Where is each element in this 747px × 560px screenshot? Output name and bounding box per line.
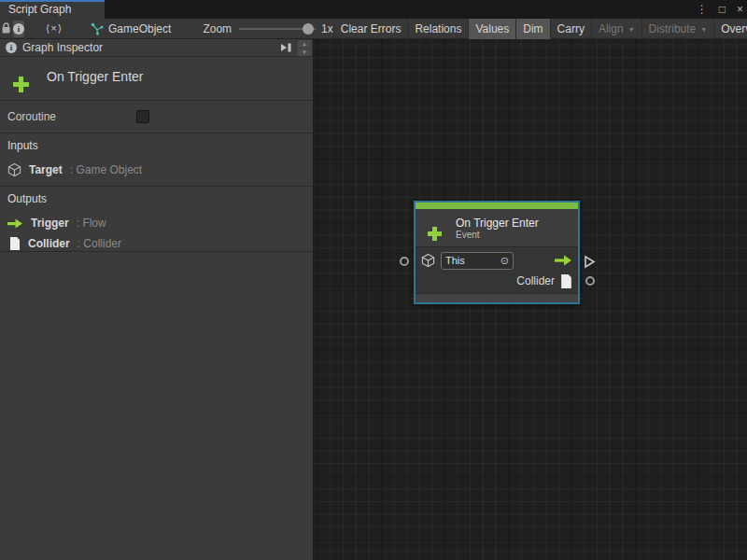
values-button[interactable]: Values xyxy=(469,19,516,39)
node-footer xyxy=(416,293,578,302)
panel-title: Graph Inspector xyxy=(22,41,279,54)
chevron-down-icon: ▼ xyxy=(700,26,707,33)
info-icon: i xyxy=(13,23,24,35)
tab-script-graph[interactable]: Script Graph xyxy=(0,0,105,19)
scroll-down-icon[interactable]: ▼ xyxy=(298,49,311,56)
collider-port-label: Collider xyxy=(516,274,555,287)
collider-port-row: Collider xyxy=(421,271,572,291)
code-view-icon[interactable]: ⟨×⟩ xyxy=(46,22,63,35)
lock-icon xyxy=(1,22,11,35)
title-bar: Script Graph ⋮ □ × xyxy=(0,0,747,19)
breadcrumb[interactable]: GameObject xyxy=(91,22,171,35)
coroutine-label: Coroutine xyxy=(7,110,56,123)
event-icon xyxy=(7,63,35,91)
input-row-target: Target : Game Object xyxy=(7,160,305,180)
inspector-empty-area xyxy=(0,252,313,560)
output-row-collider: Collider : Collider xyxy=(7,233,305,254)
document-icon xyxy=(560,274,572,288)
inputs-section: Inputs Target : Game Object xyxy=(0,133,313,187)
node-subtitle: Event xyxy=(456,230,539,240)
zoom-slider[interactable] xyxy=(239,23,316,35)
chevron-down-icon: ▼ xyxy=(628,26,635,33)
carry-button[interactable]: Carry xyxy=(551,19,592,39)
coroutine-setting: Coroutine xyxy=(0,101,313,133)
breadcrumb-label: GameObject xyxy=(108,22,171,35)
input-port-target[interactable] xyxy=(400,257,409,266)
inspector-toggle-button[interactable]: i xyxy=(13,21,24,37)
graph-inspector-panel: i Graph Inspector ▲ ▼ On xyxy=(0,39,314,560)
overview-button[interactable]: Overv xyxy=(714,19,747,39)
graph-inspector-header: i Graph Inspector ▲ ▼ xyxy=(0,39,313,57)
zoom-label: Zoom xyxy=(203,22,232,35)
info-icon: i xyxy=(6,42,17,53)
zoom-value: 1x xyxy=(321,22,333,35)
align-dropdown[interactable]: Align ▼ xyxy=(592,19,642,39)
script-graph-icon xyxy=(91,22,104,35)
unity-visual-scripting-window: Script Graph ⋮ □ × i ⟨×⟩ xyxy=(0,0,747,560)
document-icon xyxy=(9,237,21,250)
output-row-trigger: Trigger : Flow xyxy=(7,213,305,233)
flow-arrow-icon xyxy=(553,255,572,266)
target-port-row: This ⊙ xyxy=(421,250,572,271)
distribute-dropdown[interactable]: Distribute ▼ xyxy=(642,19,715,39)
node-header[interactable]: On Trigger Enter Event xyxy=(416,209,578,246)
node-on-trigger-enter[interactable]: On Trigger Enter Event This xyxy=(414,201,580,304)
tab-label: Script Graph xyxy=(8,3,71,16)
node-body: This ⊙ Collider xyxy=(416,246,578,293)
close-icon[interactable]: × xyxy=(737,3,743,16)
outputs-header: Outputs xyxy=(7,192,305,205)
object-picker-icon[interactable]: ⊙ xyxy=(500,256,509,266)
coroutine-checkbox[interactable] xyxy=(136,110,149,123)
unit-header: On Trigger Enter xyxy=(0,57,313,101)
dim-button[interactable]: Dim xyxy=(516,19,550,39)
event-icon xyxy=(423,216,447,240)
relations-button[interactable]: Relations xyxy=(408,19,469,39)
outputs-section: Outputs Trigger : Flow xyxy=(0,187,313,252)
zoom-control: Zoom 1x xyxy=(203,22,332,35)
cube-icon xyxy=(421,253,435,268)
node-title: On Trigger Enter xyxy=(456,217,539,230)
node-color-bar xyxy=(416,203,578,209)
inputs-header: Inputs xyxy=(7,139,305,152)
window-controls: ⋮ □ × xyxy=(697,0,743,19)
cube-icon xyxy=(7,162,21,177)
scroll-up-icon[interactable]: ▲ xyxy=(298,40,311,48)
graph-canvas[interactable]: On Trigger Enter Event This xyxy=(314,39,747,560)
zoom-slider-handle[interactable] xyxy=(303,23,314,35)
target-field-value: This xyxy=(445,255,465,266)
unit-title: On Trigger Enter xyxy=(47,69,144,93)
lock-button[interactable] xyxy=(1,21,11,37)
scroll-spinners: ▲ ▼ xyxy=(298,40,311,56)
flow-arrow-icon xyxy=(7,218,23,229)
dock-icon[interactable] xyxy=(279,42,292,53)
menu-icon[interactable]: ⋮ xyxy=(697,3,708,16)
clear-errors-button[interactable]: Clear Errors xyxy=(333,19,409,39)
output-port-trigger[interactable] xyxy=(584,255,596,269)
target-object-field[interactable]: This ⊙ xyxy=(441,252,514,270)
maximize-icon[interactable]: □ xyxy=(719,3,726,16)
graph-toolbar: i ⟨×⟩ GameObject Zoom 1x xyxy=(0,19,747,39)
output-port-collider[interactable] xyxy=(585,276,595,286)
